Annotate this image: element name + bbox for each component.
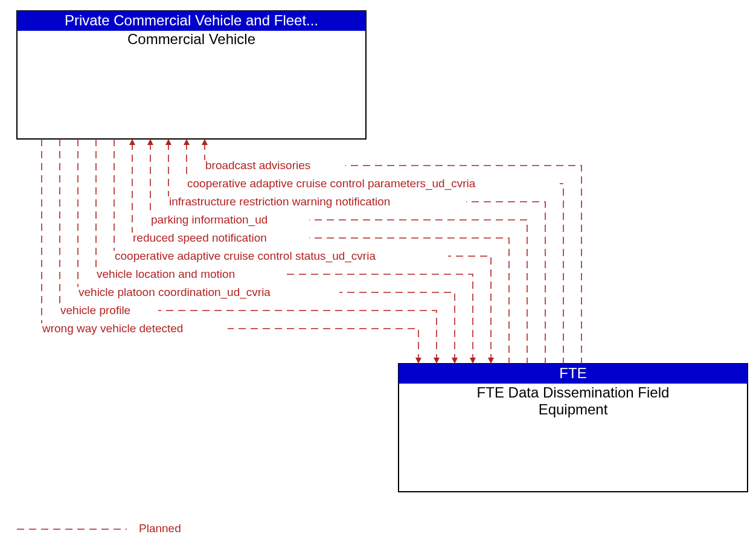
svg-text:vehicle location and motion: vehicle location and motion (97, 268, 235, 280)
svg-marker-6 (165, 139, 171, 145)
svg-marker-27 (415, 358, 421, 364)
svg-marker-21 (452, 358, 458, 364)
entity-header-text: FTE (559, 365, 586, 381)
svg-text:vehicle platoon coordination_u: vehicle platoon coordination_ud_cvria (78, 286, 271, 299)
svg-marker-12 (129, 139, 135, 145)
svg-text:vehicle profile: vehicle profile (60, 304, 130, 317)
legend-planned-label: Planned (139, 522, 181, 535)
architecture-diagram: Private Commercial Vehicle and Fleet... … (0, 0, 756, 560)
svg-text:parking information_ud: parking information_ud (151, 213, 267, 227)
entity-commercial-vehicle: Private Commercial Vehicle and Fleet... … (17, 11, 366, 139)
svg-text:infrastructure restriction war: infrastructure restriction warning notif… (169, 195, 390, 208)
entity-title-line2: Equipment (539, 401, 608, 417)
entity-title: Commercial Vehicle (127, 31, 255, 47)
svg-marker-24 (434, 358, 440, 364)
svg-marker-15 (488, 358, 494, 364)
entity-fte-equipment: FTE FTE Data Dissemination Field Equipme… (399, 364, 748, 492)
svg-text:reduced speed notification: reduced speed notification (133, 231, 267, 244)
svg-marker-9 (147, 139, 153, 145)
entity-title-line1: FTE Data Dissemination Field (477, 384, 670, 401)
svg-text:cooperative adaptive cruise co: cooperative adaptive cruise control stat… (115, 249, 376, 263)
entity-header-text: Private Commercial Vehicle and Fleet... (65, 12, 318, 28)
svg-marker-3 (184, 139, 190, 145)
legend: Planned (17, 522, 181, 535)
svg-text:wrong way vehicle detected: wrong way vehicle detected (42, 322, 183, 335)
svg-marker-0 (202, 139, 208, 145)
svg-marker-18 (470, 358, 476, 364)
svg-text:broadcast advisories: broadcast advisories (205, 159, 310, 172)
svg-text:cooperative adaptive cruise co: cooperative adaptive cruise control para… (187, 177, 476, 190)
